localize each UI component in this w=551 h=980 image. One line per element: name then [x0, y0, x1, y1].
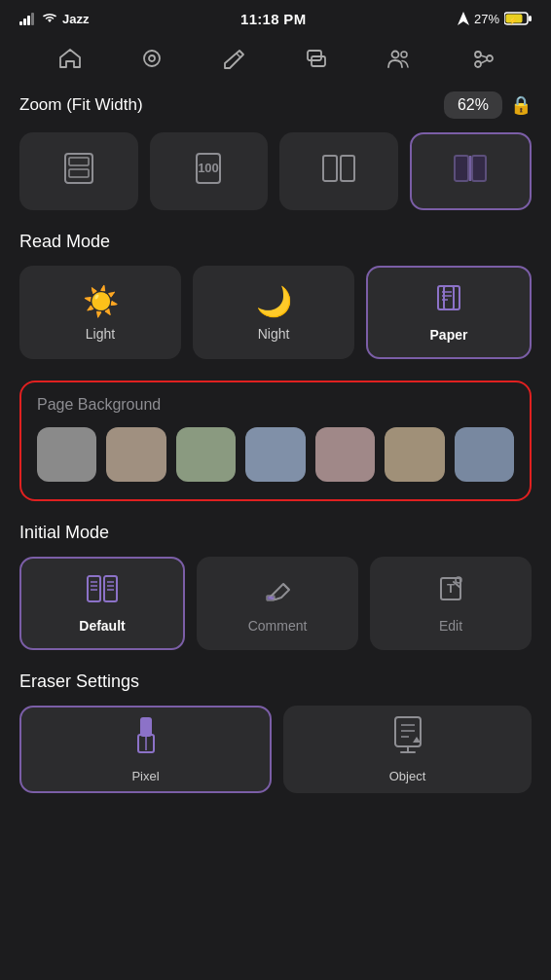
edit-icon: T: [435, 574, 466, 610]
svg-rect-26: [455, 156, 468, 181]
mode-btn-night[interactable]: 🌙 Night: [193, 266, 354, 359]
split-icon: [321, 152, 356, 192]
svg-rect-42: [267, 596, 275, 600]
single-icon: 100: [191, 152, 226, 192]
svg-rect-34: [88, 576, 100, 601]
color-swatch-1[interactable]: [106, 427, 165, 482]
signal-icon: [19, 13, 37, 25]
eraser-row: Pixel Object: [19, 706, 532, 793]
svg-point-13: [401, 52, 407, 57]
svg-rect-29: [438, 286, 454, 309]
eraser-btn-object[interactable]: Object: [283, 706, 532, 793]
status-time: 11:18 PM: [240, 11, 306, 27]
color-swatch-4[interactable]: [315, 427, 375, 482]
svg-point-12: [392, 52, 399, 58]
svg-text:100: 100: [198, 161, 219, 175]
svg-rect-0: [19, 21, 22, 25]
svg-rect-25: [341, 156, 354, 181]
color-swatch-0[interactable]: [37, 427, 96, 482]
status-carrier: Jazz: [19, 12, 89, 26]
lock-icon[interactable]: 🔒: [510, 94, 532, 116]
status-right: 27% ⚡: [458, 12, 532, 26]
svg-rect-24: [323, 156, 337, 181]
svg-line-17: [481, 55, 487, 57]
eraser-btn-pixel[interactable]: Pixel: [19, 706, 272, 793]
init-btn-edit[interactable]: T Edit: [370, 557, 532, 650]
svg-rect-27: [472, 156, 486, 181]
light-label: Light: [86, 326, 115, 342]
svg-point-16: [475, 61, 481, 67]
wifi-icon: [42, 13, 57, 24]
svg-rect-5: [529, 16, 532, 21]
object-label: Object: [389, 769, 426, 783]
eraser-settings-label: Eraser Settings: [19, 671, 532, 692]
paper-icon: [434, 283, 463, 319]
read-mode-row: ☀️ Light 🌙 Night Paper: [19, 266, 532, 359]
paper-label: Paper: [430, 327, 468, 343]
toolbar-share-icon[interactable]: [465, 43, 496, 74]
edit-label: Edit: [439, 618, 462, 634]
zoom-label: Zoom (Fit Width): [19, 95, 143, 115]
svg-rect-3: [31, 13, 34, 25]
color-swatch-6[interactable]: [455, 427, 514, 482]
default-icon: [86, 574, 119, 610]
color-swatch-3[interactable]: [245, 427, 305, 482]
color-swatch-2[interactable]: [176, 427, 236, 482]
default-label: Default: [79, 618, 125, 634]
view-btn-split[interactable]: [279, 132, 398, 210]
location-icon: [458, 12, 469, 25]
sun-icon: ☀️: [83, 284, 119, 318]
svg-point-9: [144, 51, 160, 66]
night-label: Night: [258, 326, 290, 342]
pixel-label: Pixel: [131, 769, 159, 783]
object-icon: [391, 715, 424, 761]
mode-btn-light[interactable]: ☀️ Light: [19, 266, 181, 359]
svg-rect-20: [69, 158, 89, 165]
initial-mode-row: Default Comment T: [19, 557, 532, 650]
svg-rect-30: [444, 286, 459, 309]
svg-point-15: [487, 55, 493, 61]
toolbar-pencil-icon[interactable]: [219, 43, 250, 74]
battery-icon: ⚡: [504, 12, 532, 25]
color-swatch-5[interactable]: [385, 427, 444, 482]
toolbar-layers-icon[interactable]: [301, 43, 332, 74]
read-mode-label: Read Mode: [19, 232, 532, 252]
toolbar-row: [0, 35, 551, 82]
svg-text:⚡: ⚡: [508, 16, 518, 25]
svg-point-8: [149, 55, 155, 61]
svg-line-18: [481, 60, 487, 63]
svg-rect-21: [69, 169, 89, 177]
view-btn-book[interactable]: [410, 132, 533, 210]
comment-pen-icon: [262, 574, 293, 610]
view-btn-continuous[interactable]: [19, 132, 138, 210]
status-bar: Jazz 11:18 PM 27% ⚡: [0, 0, 551, 35]
init-btn-comment[interactable]: Comment: [197, 557, 358, 650]
color-swatches-row: [37, 427, 514, 482]
page-background-section: Page Background: [19, 381, 532, 501]
svg-point-14: [475, 52, 481, 57]
mode-btn-paper[interactable]: Paper: [366, 266, 532, 359]
svg-rect-1: [23, 18, 26, 25]
view-buttons-row: 100: [19, 132, 532, 210]
main-content: Zoom (Fit Width) 62% 🔒 100: [0, 82, 551, 793]
page-bg-label: Page Background: [37, 396, 514, 414]
moon-icon: 🌙: [256, 284, 292, 318]
zoom-value[interactable]: 62%: [444, 91, 502, 119]
continuous-icon: [61, 152, 96, 192]
zoom-row: Zoom (Fit Width) 62% 🔒: [19, 82, 532, 132]
zoom-value-group: 62% 🔒: [444, 91, 532, 119]
toolbar-home-icon[interactable]: [55, 43, 86, 74]
toolbar-nav-icon[interactable]: [136, 43, 167, 74]
svg-rect-2: [27, 16, 30, 25]
svg-text:T: T: [447, 581, 455, 596]
pixel-icon: [131, 715, 161, 761]
view-btn-single[interactable]: 100: [150, 132, 269, 210]
svg-rect-35: [104, 576, 117, 601]
svg-rect-10: [308, 51, 321, 60]
svg-rect-11: [312, 56, 325, 66]
toolbar-people-icon[interactable]: [383, 43, 414, 74]
initial-mode-label: Initial Mode: [19, 523, 532, 543]
init-btn-default[interactable]: Default: [19, 557, 185, 650]
comment-label: Comment: [248, 618, 308, 634]
book-icon: [453, 152, 488, 192]
